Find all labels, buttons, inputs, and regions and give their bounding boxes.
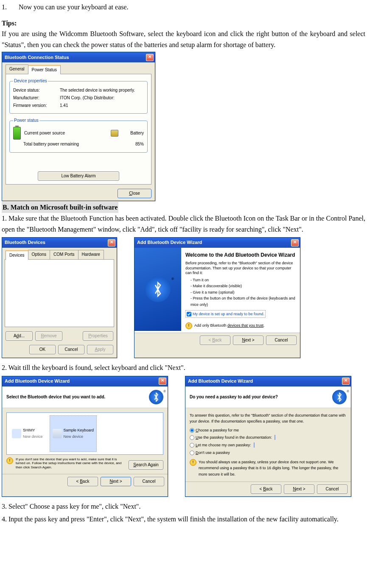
list-item: Make it discoverable (visible) (191, 283, 296, 289)
close-icon[interactable]: ✕ (108, 239, 115, 246)
checkbox-label: My device is set up and ready to be foun… (193, 311, 264, 317)
bluetooth-status-dialog: Bluetooth Connection Status ✕ General Po… (2, 52, 155, 201)
tab-body: Device properties Device status:The sele… (6, 74, 151, 185)
close-icon[interactable]: ✕ (342, 378, 350, 385)
wizard-head-text: Select the Bluetooth device that you wan… (6, 394, 149, 400)
device-icon (12, 429, 21, 438)
passkey-warning: You should always use a passkey, unless … (199, 459, 347, 477)
dialog-title: Bluetooth Devices (5, 239, 108, 246)
keyboard-icon (53, 429, 62, 438)
step-number: 1. (2, 2, 17, 13)
passkey-intro: To answer this question, refer to the "B… (190, 412, 347, 425)
device-item-keyboard[interactable]: Sample Keyboard New device (50, 415, 97, 452)
cancel-button[interactable]: Cancel (317, 484, 347, 494)
wizard-head-text: Do you need a passkey to add your device… (190, 394, 332, 400)
tips-heading: Tips: (2, 18, 365, 29)
tab-general[interactable]: General (6, 64, 28, 74)
warning-text: Add only Bluetooth devices that you trus… (194, 322, 265, 328)
device-item-shimy[interactable]: SHIMY New device (9, 415, 45, 452)
dialog-title: Add Bluetooth Device Wizard (137, 239, 291, 246)
value: 85% (118, 141, 144, 148)
titlebar[interactable]: Bluetooth Devices ✕ (2, 238, 117, 248)
tab-devices[interactable]: Devices (6, 250, 28, 260)
value: 1.41 (60, 102, 144, 109)
bluetooth-icon (332, 390, 347, 404)
titlebar[interactable]: Add Bluetooth Device Wizard ✕ (134, 238, 300, 248)
radio-no-passkey[interactable]: Don't use a passkey (190, 450, 347, 456)
back-button[interactable]: < Back (251, 484, 281, 494)
dialog-title: Add Bluetooth Device Wizard (188, 378, 342, 385)
add-device-wizard-passkey: Add Bluetooth Device Wizard ✕ Do you nee… (185, 376, 351, 497)
battery-icon (13, 127, 21, 140)
bluetooth-icon (145, 277, 171, 302)
label: Manufacturer: (13, 95, 60, 101)
close-button[interactable]: Close (118, 189, 151, 198)
apply-button: Apply (87, 345, 113, 354)
legend: Power status (13, 117, 39, 124)
value: ITON Corp. (Chip Distributor: (60, 95, 144, 101)
legend: Device properties (13, 78, 48, 84)
list-item: Turn it on (191, 277, 296, 283)
warning-icon: ! (190, 459, 196, 466)
step-1: 1. Now you can use your keyboard at ease… (2, 2, 365, 13)
value: The selected device is working properly. (60, 87, 144, 94)
add-device-wizard-welcome: Add Bluetooth Device Wizard ✕ ® Welcome … (134, 237, 300, 358)
device-name: Sample Keyboard (64, 427, 94, 433)
titlebar[interactable]: Add Bluetooth Device Wizard ✕ (185, 376, 351, 386)
bluetooth-icon (149, 390, 163, 404)
radio-own-passkey[interactable]: Let me choose my own passkey: (190, 442, 347, 448)
back-button: < Back (200, 336, 230, 345)
titlebar[interactable]: Bluetooth Connection Status ✕ (2, 52, 155, 62)
label: Total battery power remaining (23, 141, 118, 148)
checkbox[interactable] (187, 312, 191, 316)
tab-power-status[interactable]: Power Status (28, 65, 61, 74)
device-sub: New device (23, 434, 43, 440)
tab-hardware[interactable]: Hardware (78, 250, 104, 259)
registered-mark: ® (347, 389, 349, 395)
battery-small-icon (111, 130, 118, 137)
passkey-input[interactable] (275, 435, 275, 440)
cancel-button[interactable]: Cancel (134, 477, 164, 486)
radio-use-doc-passkey[interactable]: Use the passkey found in the documentati… (190, 434, 347, 441)
tab-options[interactable]: Options (28, 250, 50, 259)
device-properties-group: Device properties Device status:The sele… (9, 78, 148, 114)
low-battery-alarm-button[interactable]: Low Battery Alarm (38, 171, 119, 181)
label: Firmware version: (13, 102, 60, 109)
titlebar[interactable]: Add Bluetooth Device Wizard ✕ (2, 376, 168, 386)
dialog-title: Bluetooth Connection Status (5, 54, 146, 62)
tab-strip: General Power Status (2, 62, 155, 74)
cancel-button[interactable]: Cancel (58, 345, 84, 354)
remove-button: Remove (35, 331, 62, 341)
list-item: Press the button on the bottom of the de… (191, 295, 296, 308)
close-icon[interactable]: ✕ (291, 239, 299, 246)
ok-button[interactable]: OK (29, 345, 56, 354)
next-button[interactable]: Next > (233, 336, 263, 345)
add-button[interactable]: Add... (6, 331, 33, 341)
next-button[interactable]: Next > (284, 484, 314, 494)
ready-checkbox[interactable]: My device is set up and ready to be foun… (185, 310, 266, 318)
search-hint: If you don't see the device that you wan… (16, 457, 126, 470)
registered-mark: ® (171, 277, 174, 282)
close-icon[interactable]: ✕ (146, 54, 154, 61)
radio-choose-for-me[interactable]: Choose a passkey for me (190, 427, 347, 433)
add-device-wizard-select: Add Bluetooth Device Wizard ✕ Select the… (2, 376, 168, 497)
device-sub: New device (64, 434, 94, 440)
para-b1: 1. Make sure that the Bluetooth Function… (2, 213, 365, 235)
warning-icon: ! (185, 322, 192, 329)
wizard-side-image: ® (134, 248, 181, 331)
para-b3: 3. Select" Choose a pass key for me", cl… (2, 501, 365, 512)
back-button[interactable]: < Back (67, 477, 98, 486)
tab-com-ports[interactable]: COM Ports (50, 250, 78, 259)
dialog-title: Add Bluetooth Device Wizard (5, 378, 159, 385)
section-b-heading: B. Match on Microsoft built-in software (2, 202, 118, 213)
label: Device status: (13, 87, 60, 94)
device-list[interactable]: SHIMY New device Sample Keyboard New dev… (6, 412, 163, 455)
cancel-button[interactable]: Cancel (266, 336, 297, 345)
wizard-heading: Welcome to the Add Bluetooth Device Wiza… (185, 251, 296, 259)
next-button[interactable]: Next > (101, 477, 131, 486)
list-item: Give it a name (optional) (191, 289, 296, 295)
close-icon[interactable]: ✕ (159, 378, 166, 385)
power-status-group: Power status Current power source Batter… (9, 117, 148, 153)
search-again-button[interactable]: Search Again (129, 460, 163, 470)
passkey-input[interactable] (254, 442, 255, 448)
